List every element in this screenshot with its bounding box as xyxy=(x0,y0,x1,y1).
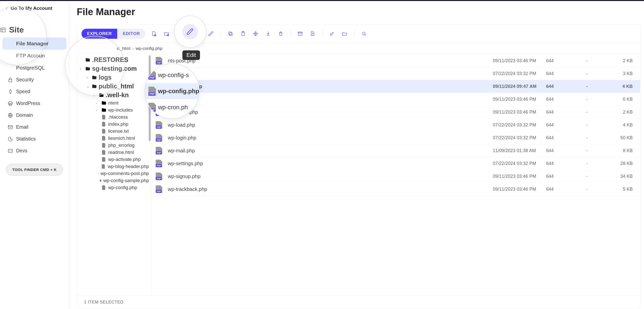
chevron-right-icon[interactable]: › xyxy=(96,108,100,112)
file-row[interactable]: wp-config.php09/11/2024 09:47 AM644-4 KB xyxy=(151,80,640,93)
file-owner: - xyxy=(574,58,599,63)
tree-file-wp-blog-header-php[interactable]: wp-blog-header.php xyxy=(77,163,151,170)
tool-finder-button[interactable]: TOOL FINDER CMD + K xyxy=(6,164,63,176)
tree-folder--well-kn[interactable]: ›.well-kn xyxy=(77,91,151,99)
breadcrumb-segment[interactable]: wp-config.php xyxy=(136,46,163,51)
tab-explorer[interactable]: EXPLORER xyxy=(82,29,117,39)
chevron-right-icon[interactable]: › xyxy=(94,93,97,97)
file-row[interactable]: wp-mail.php11/09/2023 01:38 AM644-8 KB xyxy=(151,144,640,157)
sidebar-item-file-manager[interactable]: File Manager xyxy=(3,38,66,50)
tree-folder--restores[interactable]: .RESTORES xyxy=(77,55,151,64)
tree-file-wp-config-sample-php[interactable]: wp-config-sample.php xyxy=(77,177,151,184)
edit-button[interactable] xyxy=(206,28,217,39)
change-folder-button[interactable] xyxy=(339,28,350,39)
permissions-button[interactable] xyxy=(327,28,338,39)
move-icon xyxy=(253,31,258,37)
file-date: 09/11/2023 03:46 PM xyxy=(493,97,543,102)
chevron-right-icon[interactable]: › xyxy=(87,76,90,80)
sidebar-site-heading[interactable]: Site xyxy=(0,23,69,38)
tree-file-wp-config-php[interactable]: wp-config.php xyxy=(77,184,151,191)
tree-file-index-php[interactable]: index.php xyxy=(77,121,151,128)
toolbar: EXPLORER EDITOR xyxy=(77,25,640,43)
delete-button[interactable] xyxy=(275,28,286,39)
sidebar-item-label: Email xyxy=(16,124,28,130)
tree-file-liesmich-html[interactable]: liesmich.html xyxy=(77,135,151,142)
tree-file-php-errorlog[interactable]: php_errorlog xyxy=(77,142,151,149)
search-button[interactable] xyxy=(358,28,370,39)
sidebar-item-wordpress[interactable]: WordPress xyxy=(3,97,66,109)
go-to-account-link[interactable]: Go To My Account xyxy=(0,4,69,13)
file-row[interactable]: wp-load.php07/22/2024 03:32 PM644-4 KB xyxy=(151,119,640,131)
tree-file-wp-comments-post-php[interactable]: wp-comments-post.php xyxy=(77,170,151,177)
toolbar-separator xyxy=(354,30,354,38)
file-row[interactable]: wp -opml.php09/11/2023 03:46 PM644-2 KB xyxy=(151,106,640,119)
tree-folder-public-html[interactable]: ⌄public_html xyxy=(77,82,151,91)
chevron-right-icon[interactable]: › xyxy=(96,101,100,105)
file-permissions: 644 xyxy=(546,187,571,192)
sidebar-item-devs[interactable]: Devs xyxy=(3,145,66,157)
tree-folder-wp-includes[interactable]: ›wp-includes xyxy=(77,107,151,114)
sidebar-item-postgresql[interactable]: PostgreSQL xyxy=(3,62,66,74)
file-row[interactable]: wp-trackback.php09/11/2023 03:46 PM644-5… xyxy=(151,183,640,196)
tab-editor[interactable]: EDITOR xyxy=(117,29,145,39)
breadcrumb-segment[interactable]: ic_html xyxy=(117,46,130,51)
file-owner: - xyxy=(574,97,599,102)
sidebar-item-email[interactable]: Email xyxy=(3,121,66,133)
sidebar-item-security[interactable]: Security xyxy=(3,74,66,86)
chevron-right-icon[interactable]: › xyxy=(80,67,84,71)
tree-folder-sg-testing-com[interactable]: ›sg-testing.com xyxy=(77,64,151,73)
tree-file--htaccess[interactable]: .htaccess xyxy=(77,114,151,121)
tree-file-wp-activate-php[interactable]: wp-activate.php xyxy=(77,156,151,163)
file-owner: - xyxy=(574,174,599,179)
file-date: 09/11/2023 03:46 PM xyxy=(493,187,543,192)
tree-file-readme-html[interactable]: readme.html xyxy=(77,149,151,156)
download-button[interactable] xyxy=(263,28,274,39)
upload-folder-button[interactable] xyxy=(193,28,204,39)
lock-icon xyxy=(8,77,13,83)
file-row[interactable]: wp-settings.php07/22/2024 03:32 PM644-28… xyxy=(151,157,640,170)
key-icon xyxy=(329,31,335,37)
file-size: 34 KB xyxy=(602,174,633,179)
file-permissions: 644 xyxy=(546,58,571,63)
file-icon xyxy=(101,128,107,134)
tree-file-license-txt[interactable]: license.txt xyxy=(77,128,151,135)
copy-button[interactable] xyxy=(225,28,236,39)
sidebar-item-statistics[interactable]: Statistics xyxy=(3,133,66,145)
file-owner: - xyxy=(574,161,599,166)
extract-button[interactable] xyxy=(307,28,318,39)
file-icon xyxy=(101,143,107,148)
tree-item-label: sg-testing.com xyxy=(92,65,137,72)
tree-scrollbar[interactable] xyxy=(149,55,151,141)
file-row[interactable]: wp-login.php07/22/2024 03:32 PM644-50 KB xyxy=(151,131,640,144)
sidebar-item-speed[interactable]: Speed xyxy=(3,86,66,97)
copy-icon xyxy=(228,31,233,37)
file-date: 09/11/2023 03:46 PM xyxy=(493,58,543,63)
tree-folder-logs[interactable]: ›logs xyxy=(77,73,151,82)
file-permissions: 644 xyxy=(546,97,571,102)
sidebar-item-ftp-accoun[interactable]: FTP Accoun xyxy=(3,50,66,62)
file-row[interactable]: wp-signup.php09/11/2023 03:46 PM644-34 K… xyxy=(151,170,640,183)
paste-button[interactable] xyxy=(237,28,249,39)
tree-item-label: logs xyxy=(99,74,111,81)
file-row[interactable]: 09/11/2023 03:46 PM644-6 KB xyxy=(151,93,640,106)
view-mode-segmented: EXPLORER EDITOR xyxy=(82,29,145,39)
file-row[interactable]: .php07/22/2024 03:32 PM644-3 KB xyxy=(151,67,640,80)
file-list[interactable]: nts-post.php09/11/2023 03:46 PM644-2 KB.… xyxy=(151,54,640,295)
new-folder-button[interactable] xyxy=(161,28,172,39)
toolbar-separator xyxy=(290,30,291,38)
file-owner: - xyxy=(574,84,599,89)
move-button[interactable] xyxy=(250,28,261,39)
upload-file-button[interactable] xyxy=(180,28,191,39)
file-row[interactable]: nts-post.php09/11/2023 03:46 PM644-2 KB xyxy=(151,54,640,67)
new-file-button[interactable] xyxy=(148,28,159,39)
file-size: 28 KB xyxy=(602,161,633,166)
php-file-icon xyxy=(156,147,162,154)
archive-button[interactable] xyxy=(295,28,306,39)
upload-folder-icon xyxy=(196,31,201,37)
sidebar-item-domain[interactable]: Domain xyxy=(3,109,66,121)
tree-folder-ntent[interactable]: ›ntent xyxy=(77,99,151,107)
chevron-down-icon[interactable]: ⌄ xyxy=(87,84,90,88)
folder-tree[interactable]: .RESTORES›sg-testing.com›logs⌄public_htm… xyxy=(77,54,151,295)
file-size: 2 KB xyxy=(602,58,633,63)
selection-status: 1 ITEM SELECTED xyxy=(84,300,124,304)
